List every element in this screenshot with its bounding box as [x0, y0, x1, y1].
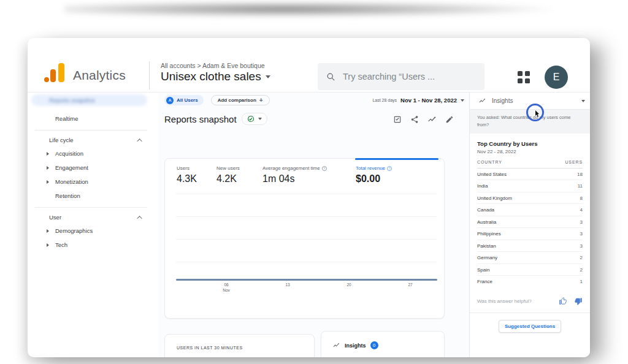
avatar[interactable]: E [545, 66, 568, 89]
date-range-selector[interactable]: Last 28 days Nov 1 - Nov 28, 2022 [372, 97, 464, 104]
country-users-table: COUNTRY USERS United States18 India11 Un… [477, 160, 583, 287]
column-header-users: USERS [565, 160, 583, 164]
check-circle-icon [247, 115, 255, 123]
mouse-cursor-icon [535, 110, 540, 117]
realtime-users-card[interactable]: USERS IN LAST 30 MINUTES [164, 334, 315, 357]
sidebar-item-realtime[interactable]: Realtime [28, 112, 158, 126]
feedback-prompt: Was this answer helpful? [477, 298, 559, 304]
top-window-shadow [64, 1, 555, 17]
insights-icon [332, 342, 340, 349]
cursor-highlight-ring [526, 104, 544, 121]
sidebar-item-retention[interactable]: Retention [28, 189, 158, 203]
sidebar-section-life-cycle[interactable]: Life cycle [28, 134, 158, 146]
apps-grid-icon[interactable] [518, 71, 531, 85]
column-header-country: COUNTRY [477, 160, 502, 164]
insights-panel: Insights You asked: What countries do my… [469, 93, 590, 357]
chevron-up-icon [137, 138, 142, 143]
overview-card: Users 4.3K New users 4.2K Average engage… [164, 158, 445, 319]
comparison-bar: A All Users Add comparison + Last 28 day… [164, 95, 464, 105]
table-row: Canada4 [477, 204, 583, 216]
insights-card-title: Insights [345, 343, 366, 349]
screenshot-stage: Analytics All accounts > Adam & Eve bout… [0, 0, 628, 364]
chevron-down-icon [461, 99, 464, 102]
sidebar-section-user[interactable]: User [28, 211, 158, 224]
thumbs-down-icon[interactable] [574, 297, 583, 305]
arrow-right-icon [47, 180, 49, 184]
plus-icon: + [259, 97, 263, 104]
realtime-card-title: USERS IN LAST 30 MINUTES [177, 346, 243, 350]
add-comparison-button[interactable]: Add comparison + [211, 95, 270, 105]
selected-metric-indicator [355, 158, 438, 160]
edit-pencil-icon[interactable] [445, 115, 454, 124]
metric-avg-engagement-time[interactable]: Average engagement time? 1m 04s [262, 165, 327, 184]
table-row: Pakistan3 [477, 240, 583, 252]
table-row: France1 [477, 276, 583, 287]
table-row: United States18 [477, 169, 583, 181]
panel-divider [470, 313, 590, 313]
all-users-chip[interactable]: A All Users [164, 95, 204, 105]
search-bar[interactable] [318, 63, 484, 90]
sidebar: Reports snapshot Realtime Life cycle Acq… [28, 93, 158, 357]
arrow-right-icon [47, 166, 49, 170]
info-icon: ? [322, 166, 327, 171]
sidebar-item-reports-snapshot[interactable]: Reports snapshot [31, 94, 147, 106]
chart-gridline [176, 194, 437, 194]
sidebar-item-acquisition[interactable]: Acquisition [28, 146, 158, 161]
report-status-dropdown[interactable] [242, 113, 267, 125]
table-row: Spain2 [477, 264, 583, 276]
arrow-right-icon [47, 243, 49, 247]
property-selector[interactable]: Unisex clothe sales [161, 70, 270, 83]
sidebar-item-tech[interactable]: Tech [28, 238, 158, 252]
audience-icon: A [166, 97, 174, 104]
insights-count-badge: 0 [370, 341, 378, 349]
insight-card-title: Top Country by Users [477, 140, 583, 147]
header-divider [149, 61, 150, 89]
chevron-icon[interactable] [581, 100, 585, 102]
customize-report-icon[interactable] [393, 115, 402, 124]
sidebar-item-demographics[interactable]: Demographics [28, 224, 158, 238]
search-input[interactable] [343, 72, 476, 82]
insights-icon[interactable] [427, 115, 437, 124]
table-row: Philippines3 [477, 228, 583, 240]
product-title: Analytics [73, 68, 126, 83]
chart-gridline [176, 239, 437, 240]
metric-users[interactable]: Users 4.3K [177, 165, 197, 184]
breadcrumb[interactable]: All accounts > Adam & Eve boutique [161, 62, 265, 69]
x-axis-tick: 20 [347, 282, 351, 287]
section-title: User [49, 214, 61, 221]
table-row: India11 [477, 180, 583, 192]
arrow-right-icon [47, 152, 49, 156]
sidebar-divider [35, 207, 147, 208]
revenue-line-series [176, 279, 437, 281]
main-content: A All Users Add comparison + Last 28 day… [158, 93, 469, 357]
thumbs-up-icon[interactable] [559, 297, 567, 305]
table-row: Australia3 [477, 216, 583, 229]
analytics-window: Analytics All accounts > Adam & Eve bout… [28, 38, 590, 357]
insight-card-date: Nov 22 - 28, 2022 [477, 149, 583, 154]
sidebar-item-engagement[interactable]: Engagement [28, 161, 158, 175]
chevron-down-icon [258, 118, 262, 120]
chevron-down-icon [266, 75, 270, 78]
suggested-questions-button[interactable]: Suggested Questions [499, 320, 561, 333]
report-toolbar [393, 115, 454, 124]
table-row: United Kingdom8 [477, 192, 583, 205]
sidebar-item-monetization[interactable]: Monetization [28, 175, 158, 189]
insights-card[interactable]: Insights 0 [321, 331, 445, 357]
x-axis-tick: 27 [408, 282, 412, 287]
x-axis-tick: 06 Nov [223, 282, 230, 293]
metric-total-revenue[interactable]: Total revenue? $0.00 [356, 165, 392, 184]
section-title: Life cycle [49, 137, 74, 143]
info-icon: ? [387, 166, 392, 171]
table-row: Germany2 [477, 252, 583, 264]
insights-icon [478, 97, 486, 104]
metric-new-users[interactable]: New users 4.2K [216, 165, 240, 184]
chart-gridline [176, 262, 437, 262]
chart-gridline [176, 216, 437, 217]
share-icon[interactable] [410, 115, 419, 124]
feedback-row: Was this answer helpful? [477, 297, 583, 305]
sidebar-divider [35, 130, 147, 131]
search-icon [326, 72, 335, 82]
report-title-row: Reports snapshot [164, 113, 267, 125]
x-axis-tick: 13 [285, 282, 289, 287]
property-name: Unisex clothe sales [161, 70, 261, 83]
